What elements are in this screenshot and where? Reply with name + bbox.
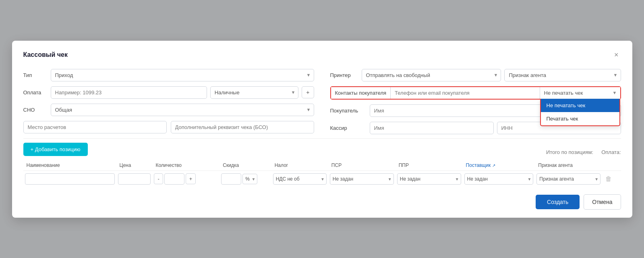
left-column: Тип Приход ▼ Оплата Наличные — [23, 69, 314, 134]
type-select-wrap: Приход ▼ — [51, 69, 314, 81]
item-tax-cell: НДС не об ▼ — [271, 171, 328, 187]
col-name: Наименование — [23, 160, 116, 171]
item-delete-cell: 🗑 — [602, 171, 621, 187]
item-psr-cell: Не задан ▼ — [328, 171, 396, 187]
payment-label: Оплата — [23, 89, 48, 96]
form-grid: Тип Приход ▼ Оплата Наличные — [23, 69, 621, 134]
summary-row: Итого по позициям: Оплата: — [546, 149, 621, 155]
discount-input[interactable] — [221, 173, 241, 185]
item-name-cell — [23, 171, 116, 187]
col-supplier[interactable]: Поставщик ↗ — [463, 160, 535, 171]
agent-select-wrap: Признак агента ▼ — [504, 69, 621, 81]
col-tax: Налог — [271, 160, 328, 171]
col-discount: Скидка — [219, 160, 271, 171]
sno-select-wrap: Общая ▼ — [51, 104, 314, 116]
agent-col-select[interactable]: Признак агента — [536, 173, 601, 185]
ppr-select-wrap: Не задан ▼ — [397, 173, 461, 185]
payment-method-wrap: Наличные ▼ — [210, 86, 299, 99]
type-label: Тип — [23, 72, 48, 78]
type-select[interactable]: Приход — [51, 69, 314, 81]
place-input[interactable] — [23, 121, 167, 133]
printer-label: Принтер — [330, 72, 358, 78]
summary-positions-label: Итого по позициям: — [546, 149, 593, 155]
item-agent-cell: Признак агента ▼ — [535, 171, 602, 187]
item-price-input[interactable] — [118, 173, 151, 185]
right-column: Принтер Отправлять на свободный ▼ Призна… — [330, 69, 621, 134]
sno-label: СНО — [23, 107, 48, 113]
table-header-row: Наименование Цена Количество Скидка Нало… — [23, 160, 621, 171]
ppr-select[interactable]: Не задан — [397, 173, 461, 185]
item-price-cell — [116, 171, 153, 187]
tax-select[interactable]: НДС не об — [273, 173, 327, 185]
print-dropdown-popup: Не печатать чек Печатать чек — [540, 99, 620, 126]
print-option-1[interactable]: Не печатать чек — [541, 99, 619, 112]
sno-row: СНО Общая ▼ — [23, 104, 314, 116]
items-table: Наименование Цена Количество Скидка Нало… — [23, 160, 621, 187]
printer-row: Принтер Отправлять на свободный ▼ Призна… — [330, 69, 621, 81]
col-agent: Признак агента — [535, 160, 602, 171]
print-option-2[interactable]: Печатать чек — [541, 112, 619, 125]
discount-type-select[interactable]: % — [242, 174, 257, 184]
modal-footer: Создать Отмена — [23, 194, 621, 210]
agent-col-select-wrap: Признак агента ▼ — [536, 173, 601, 185]
payment-method-select[interactable]: Наличные — [210, 86, 299, 99]
item-discount-cell: % ▼ — [219, 171, 271, 187]
discount-row: % ▼ — [221, 173, 269, 185]
col-ppr: ППР — [396, 160, 463, 171]
contact-row: Контакты покупателя Не печатать чек ▼ — [330, 86, 621, 100]
buyer-label: Покупатель — [330, 108, 367, 114]
supplier-select-wrap: Не задан ▼ — [464, 173, 534, 185]
qty-minus-button[interactable]: - — [154, 173, 163, 184]
item-ppr-cell: Не задан ▼ — [396, 171, 463, 187]
close-button[interactable]: × — [612, 50, 621, 59]
psr-select[interactable]: Не задан — [330, 173, 394, 185]
summary-payment-label: Оплата: — [601, 149, 621, 155]
print-select-wrap: Не печатать чек ▼ Не печатать чек Печата… — [540, 87, 620, 99]
add-payment-button[interactable]: + — [302, 86, 314, 98]
printer-select[interactable]: Отправлять на свободный — [362, 69, 501, 81]
col-delete — [602, 160, 621, 171]
type-row: Тип Приход ▼ — [23, 69, 314, 81]
qty-input[interactable] — [164, 173, 184, 185]
qty-plus-button[interactable]: + — [186, 173, 196, 184]
item-supplier-cell: Не задан ▼ — [463, 171, 535, 187]
add-position-button[interactable]: + Добавить позицию — [23, 143, 88, 156]
cashier-name-input[interactable] — [370, 122, 494, 134]
table-row: - + % ▼ — [23, 171, 621, 187]
contact-outer: Контакты покупателя Не печатать чек ▼ — [330, 86, 621, 100]
cashier-label: Кассир — [330, 125, 367, 131]
printer-select-wrap: Отправлять на свободный ▼ — [362, 69, 501, 81]
col-psr: ПСР — [328, 160, 396, 171]
payment-amount-input[interactable] — [51, 86, 207, 99]
cancel-button[interactable]: Отмена — [584, 194, 621, 210]
requisite-input[interactable] — [171, 121, 314, 133]
modal-title: Кассовый чек — [23, 51, 68, 58]
col-qty: Количество — [152, 160, 219, 171]
psr-select-wrap: Не задан ▼ — [330, 173, 394, 185]
delete-row-button[interactable]: 🗑 — [604, 174, 613, 184]
kassovy-check-modal: Кассовый чек × Тип Приход ▼ — [12, 41, 632, 218]
col-price: Цена — [116, 160, 153, 171]
sno-select[interactable]: Общая — [51, 104, 314, 116]
item-name-input[interactable] — [25, 173, 115, 185]
modal-header: Кассовый чек × — [23, 50, 621, 59]
qty-row: - + — [154, 173, 218, 185]
supplier-select[interactable]: Не задан — [464, 173, 534, 185]
printer-agent-select[interactable]: Признак агента — [504, 69, 621, 81]
item-qty-cell: - + — [152, 171, 219, 187]
discount-type-wrap: % ▼ — [242, 174, 257, 184]
print-select[interactable]: Не печатать чек — [540, 87, 620, 99]
external-link-icon: ↗ — [492, 163, 495, 168]
contact-input-cell — [391, 87, 539, 99]
payment-row: Оплата Наличные ▼ + — [23, 86, 314, 99]
tax-select-wrap: НДС не об ▼ — [273, 173, 327, 185]
create-button[interactable]: Создать — [536, 195, 580, 209]
contact-label: Контакты покупателя — [331, 87, 391, 99]
place-requisite-row — [23, 121, 314, 133]
contact-input[interactable] — [391, 87, 539, 99]
